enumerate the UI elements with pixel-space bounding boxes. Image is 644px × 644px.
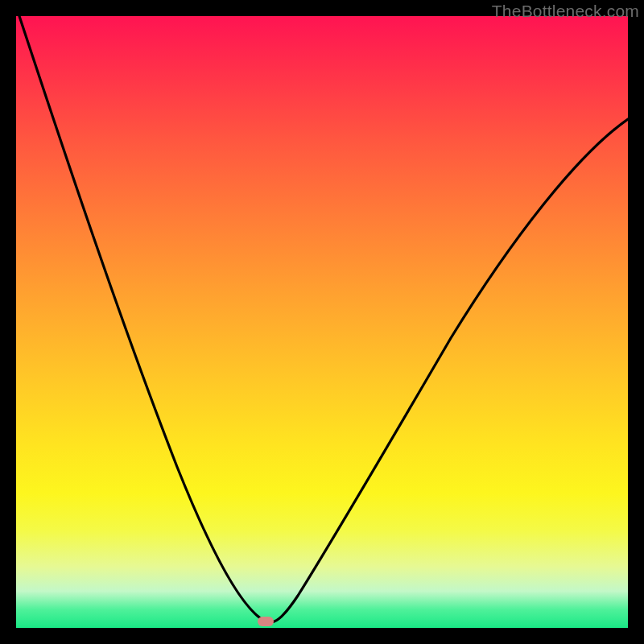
bottleneck-curve [16,16,628,628]
watermark-text: TheBottleneck.com [492,2,639,21]
chart-plot-area [16,16,628,628]
optimal-point-marker [258,617,274,626]
curve-path [19,16,628,622]
